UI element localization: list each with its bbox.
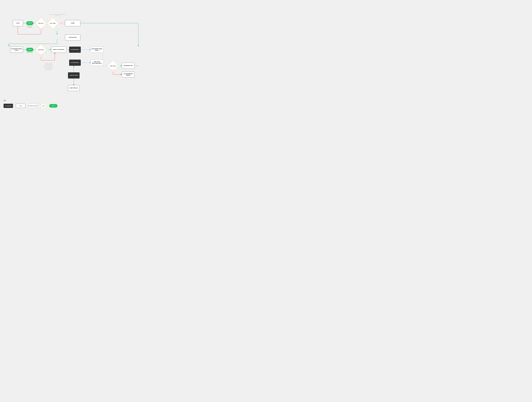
valid-email-node: Valid Email? <box>37 46 45 54</box>
valid-token-x: ✕ <box>112 70 114 72</box>
key-logic: Logic <box>40 103 46 109</box>
new-user-welcome-email-node: NEW USER WELCOME EMAIL <box>91 60 103 66</box>
submit2-node: SUBMIT Email Address <box>26 48 33 51</box>
password-reset-email-node: PASSWORD RESET EMAIL <box>91 47 103 53</box>
valid-email-check: ✓ <box>46 48 49 51</box>
user-profile-node: USER PROFILE <box>68 85 80 91</box>
valid-token-check: ✓ <box>118 64 121 67</box>
send-to-destination-annotation: Send to desired destination if possible.… <box>48 14 67 16</box>
system-email1-node: SYSTEM EMAIL <box>69 47 81 53</box>
dest-page-node: Dest. Page? <box>49 19 57 27</box>
valid-email-x: ✕ <box>40 55 42 57</box>
home-node: HOME <box>65 20 80 26</box>
system-email2-node: SYSTEM EMAIL <box>69 60 81 66</box>
submit1-node: SUBMIT Email Address Password <box>26 21 33 25</box>
password-reset-start-node: PASSWORD RESET START <box>10 47 23 53</box>
key-page: PAGE <box>16 104 25 108</box>
submit1-sublabel: Email Address Password <box>27 26 33 28</box>
create-user-node: CREATE USER <box>68 72 80 78</box>
flowchart-canvas: LOGIN SUBMIT Email Address Password Vali… <box>0 0 149 114</box>
check-your-email-node: CHECK YOUR EMAIL <box>51 47 66 53</box>
password-set-node: PASSWORD SET <box>122 63 134 69</box>
login-node: LOGIN <box>13 20 23 26</box>
key-items: AUTOMATION PAGE EXTERNAL ASSET Logic ACT… <box>4 103 57 109</box>
forbidden-error-node: 403 FORBIDDEN ERROR <box>122 72 134 77</box>
key-external: EXTERNAL ASSET <box>28 104 38 108</box>
dest-page-check: ✓ <box>56 28 58 31</box>
all-emails-annotation: All emails return thesame page whetherpa… <box>42 63 55 71</box>
valid-user-node: Valid User? <box>37 19 45 27</box>
key-section: Key AUTOMATION PAGE EXTERNAL ASSET Logic… <box>4 100 57 109</box>
valid-token-node: Valid Token? <box>109 62 117 70</box>
valid-user-x: ✕ <box>40 28 42 31</box>
destination-node: DESTINATION <box>65 35 80 40</box>
submit2-sublabel: Email Address <box>27 52 33 53</box>
dest-page-x: ✕ <box>62 22 64 25</box>
key-title: Key <box>4 100 57 101</box>
key-action: ACTION <box>49 104 57 108</box>
key-automation: AUTOMATION <box>4 104 13 108</box>
connections-layer <box>0 0 149 114</box>
